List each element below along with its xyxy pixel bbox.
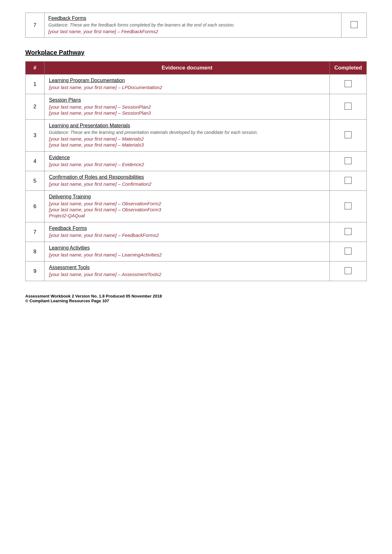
row-number-5: 5	[26, 171, 45, 191]
table-row: 1Learning Program Documentation[your las…	[26, 75, 367, 94]
row-checkbox-cell-1	[330, 75, 367, 94]
checkbox-8[interactable]	[345, 248, 352, 255]
workplace-pathway-heading: Workplace Pathway	[25, 49, 367, 56]
row-checkbox-cell-2	[330, 94, 367, 120]
row-number-4: 4	[26, 152, 45, 171]
doc-file: [your last name, your first name] – Obse…	[49, 201, 325, 206]
checkbox-3[interactable]	[345, 131, 352, 138]
doc-file: [your last name, your first name] – Sess…	[49, 104, 325, 110]
footer: Assessment Workbook 2 Version No. 1.8 Pr…	[25, 294, 367, 303]
row-checkbox-cell-9	[330, 262, 367, 281]
checkbox-2[interactable]	[345, 103, 352, 110]
checkbox-7[interactable]	[345, 228, 352, 235]
row-content-1: Learning Program Documentation[your last…	[45, 75, 330, 94]
row-number-7: 7	[26, 222, 45, 242]
row-content-6: Delivering Training[your last name, your…	[45, 191, 330, 222]
doc-title: Learning Activities	[49, 245, 325, 251]
top-row-number: 7	[26, 13, 45, 38]
row-content-4: Evidence[your last name, your first name…	[45, 152, 330, 171]
doc-file: [your last name, your first name] – Mate…	[49, 136, 325, 142]
doc-file: [your last name, your first name] – Mate…	[49, 142, 325, 148]
checkbox-9[interactable]	[345, 267, 352, 274]
table-row: 3Learning and Presentation MaterialsGuid…	[26, 120, 367, 152]
doc-title: Learning Program Documentation	[49, 78, 325, 83]
row-number-3: 3	[26, 120, 45, 152]
top-doc-file: [your last name, your first name] – Feed…	[48, 29, 337, 34]
checkbox-6[interactable]	[345, 202, 352, 209]
row-content-8: Learning Activities[your last name, your…	[45, 242, 330, 262]
row-checkbox-cell-4	[330, 152, 367, 171]
row-content-2: Session Plans[your last name, your first…	[45, 94, 330, 120]
footer-line1: Assessment Workbook 2 Version No. 1.8 Pr…	[25, 294, 367, 298]
footer-line2: © Compliant Learning Resources Page 107	[25, 298, 367, 303]
top-row: 7 Feedback Forms Guidance: These are the…	[26, 13, 367, 38]
doc-title: Feedback Forms	[49, 226, 325, 231]
doc-file: [your last name, your first name] – LPDo…	[49, 85, 325, 90]
checkbox-5[interactable]	[345, 177, 352, 184]
row-checkbox-cell-8	[330, 242, 367, 262]
top-row-content: Feedback Forms Guidance: These are the f…	[45, 13, 341, 38]
doc-title: Assessment Tools	[49, 265, 325, 270]
doc-title: Learning and Presentation Materials	[49, 123, 325, 129]
doc-file: [your last name, your first name] – Conf…	[49, 181, 325, 187]
top-row-checkbox-cell	[341, 13, 367, 38]
table-row: 7Feedback Forms[your last name, your fir…	[26, 222, 367, 242]
doc-guidance: Guidance: These are the learning and pre…	[49, 130, 325, 135]
col-header-num: #	[26, 62, 45, 75]
row-checkbox-cell-6	[330, 191, 367, 222]
row-checkbox-cell-3	[330, 120, 367, 152]
doc-file: [your last name, your first name] – Evid…	[49, 162, 325, 167]
row-number-label: 7	[33, 22, 36, 28]
row-content-9: Assessment Tools[your last name, your fi…	[45, 262, 330, 281]
row-content-5: Confirmation of Roles and Responsibiliti…	[45, 171, 330, 191]
doc-file: [your last name, your first name] – Feed…	[49, 232, 325, 238]
top-doc-title: Feedback Forms	[48, 15, 337, 21]
table-row: 2Session Plans[your last name, your firs…	[26, 94, 367, 120]
col-header-completed: Completed	[330, 62, 367, 75]
top-row-checkbox[interactable]	[351, 21, 358, 28]
row-number-9: 9	[26, 262, 45, 281]
doc-title: Confirmation of Roles and Responsibiliti…	[49, 174, 325, 180]
top-partial-table: 7 Feedback Forms Guidance: These are the…	[25, 13, 367, 38]
top-doc-guidance: Guidance: These are the feedback forms c…	[48, 22, 337, 27]
doc-file: [your last name, your first name] – Lear…	[49, 252, 325, 257]
row-number-1: 1	[26, 75, 45, 94]
table-row: 9Assessment Tools[your last name, your f…	[26, 262, 367, 281]
doc-file: [your last name, your first name] – Sess…	[49, 110, 325, 116]
doc-title: Evidence	[49, 155, 325, 160]
row-number-2: 2	[26, 94, 45, 120]
checkbox-4[interactable]	[345, 157, 352, 164]
checkbox-1[interactable]	[345, 80, 352, 87]
doc-file: [your last name, your first name] – Asse…	[49, 272, 325, 277]
table-row: 5Confirmation of Roles and Responsibilit…	[26, 171, 367, 191]
row-number-6: 6	[26, 191, 45, 222]
table-row: 4Evidence[your last name, your first nam…	[26, 152, 367, 171]
table-row: 8Learning Activities[your last name, you…	[26, 242, 367, 262]
row-number-8: 8	[26, 242, 45, 262]
workplace-pathway-table: # Evidence document Completed 1Learning …	[25, 61, 367, 281]
doc-title: Delivering Training	[49, 194, 325, 200]
doc-file: Project2-QAQual	[49, 213, 325, 218]
col-header-evidence: Evidence document	[45, 62, 330, 75]
table-row: 6Delivering Training[your last name, you…	[26, 191, 367, 222]
row-content-7: Feedback Forms[your last name, your firs…	[45, 222, 330, 242]
doc-file: [your last name, your first name] – Obse…	[49, 207, 325, 212]
row-checkbox-cell-7	[330, 222, 367, 242]
row-checkbox-cell-5	[330, 171, 367, 191]
row-content-3: Learning and Presentation MaterialsGuida…	[45, 120, 330, 152]
table-header-row: # Evidence document Completed	[26, 62, 367, 75]
doc-title: Session Plans	[49, 97, 325, 103]
